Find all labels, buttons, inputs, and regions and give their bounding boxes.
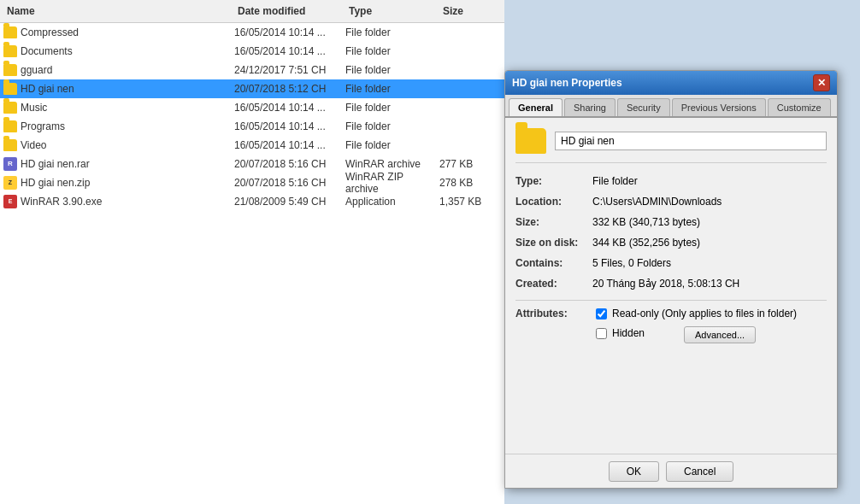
folder-icon bbox=[3, 102, 17, 114]
prop-table: Type: File folder Location: C:\Users\ADM… bbox=[515, 175, 827, 293]
readonly-checkbox[interactable] bbox=[596, 308, 607, 319]
table-row[interactable]: EWinRAR 3.90.exe 21/08/2009 5:49 CH Appl… bbox=[0, 192, 504, 211]
cancel-button[interactable]: Cancel bbox=[666, 461, 733, 482]
prop-label: Location: bbox=[515, 196, 592, 211]
prop-value: File folder bbox=[592, 175, 827, 190]
file-name: ZHD giai nen.zip bbox=[0, 173, 231, 193]
dialog-title: HD giai nen Properties bbox=[512, 77, 622, 89]
prop-value: 20 Tháng Bảy 2018, 5:08:13 CH bbox=[592, 278, 827, 293]
file-name: HD giai nen bbox=[0, 79, 231, 98]
prop-row: Size on disk: 344 KB (352,256 bytes) bbox=[515, 237, 827, 252]
table-row[interactable]: Programs 16/05/2014 10:14 ... File folde… bbox=[0, 117, 504, 136]
file-name: Documents bbox=[0, 42, 231, 61]
prop-label: Created: bbox=[515, 278, 592, 293]
readonly-row: Read-only (Only applies to files in fold… bbox=[596, 308, 797, 319]
prop-row: Type: File folder bbox=[515, 175, 827, 190]
col-header-size[interactable]: Size bbox=[439, 2, 499, 21]
file-type: File folder bbox=[342, 42, 436, 61]
file-date: 16/05/2014 10:14 ... bbox=[231, 98, 342, 117]
table-row[interactable]: Compressed 16/05/2014 10:14 ... File fol… bbox=[0, 23, 504, 42]
file-size bbox=[436, 85, 496, 92]
file-date: 20/07/2018 5:16 CH bbox=[231, 155, 342, 173]
file-name: Compressed bbox=[0, 23, 231, 42]
hidden-checkbox[interactable] bbox=[596, 328, 607, 339]
exe-icon: E bbox=[3, 195, 17, 208]
dialog-close-button[interactable]: ✕ bbox=[813, 74, 830, 91]
file-type: File folder bbox=[342, 61, 436, 79]
file-name: gguard bbox=[0, 61, 231, 79]
folder-name-input[interactable] bbox=[555, 132, 827, 150]
folder-icon bbox=[3, 64, 17, 76]
prop-row: Contains: 5 Files, 0 Folders bbox=[515, 257, 827, 273]
table-row[interactable]: gguard 24/12/2017 7:51 CH File folder bbox=[0, 61, 504, 79]
table-row[interactable]: Documents 16/05/2014 10:14 ... File fold… bbox=[0, 42, 504, 61]
prop-value: 332 KB (340,713 bytes) bbox=[592, 216, 827, 231]
file-size bbox=[436, 29, 496, 36]
file-date: 16/05/2014 10:14 ... bbox=[231, 23, 342, 42]
dialog-body: Type: File folder Location: C:\Users\ADM… bbox=[505, 118, 837, 362]
attributes-row: Attributes: Read-only (Only applies to f… bbox=[515, 308, 827, 347]
file-size: 1,357 KB bbox=[436, 192, 496, 211]
table-row[interactable]: Video 16/05/2014 10:14 ... File folder bbox=[0, 136, 504, 155]
attributes-section: Attributes: Read-only (Only applies to f… bbox=[515, 308, 827, 347]
readonly-label: Read-only (Only applies to files in fold… bbox=[612, 308, 797, 319]
hidden-label: Hidden bbox=[612, 327, 645, 339]
file-name: EWinRAR 3.90.exe bbox=[0, 191, 231, 212]
file-size: 278 KB bbox=[436, 173, 496, 192]
ok-button[interactable]: OK bbox=[609, 461, 659, 482]
tab-general[interactable]: General bbox=[509, 98, 563, 116]
file-size bbox=[436, 123, 496, 130]
file-list: Compressed 16/05/2014 10:14 ... File fol… bbox=[0, 23, 504, 211]
hidden-row: Hidden Advanced... bbox=[596, 323, 797, 343]
prop-value: C:\Users\ADMIN\Downloads bbox=[592, 196, 827, 211]
folder-icon bbox=[3, 26, 17, 38]
attributes-label: Attributes: bbox=[515, 308, 592, 347]
prop-label: Size on disk: bbox=[515, 237, 592, 252]
big-folder-icon bbox=[515, 128, 546, 154]
prop-row: Size: 332 KB (340,713 bytes) bbox=[515, 216, 827, 231]
file-date: 16/05/2014 10:14 ... bbox=[231, 42, 342, 61]
file-date: 24/12/2017 7:51 CH bbox=[231, 61, 342, 79]
tab-security[interactable]: Security bbox=[617, 98, 670, 116]
file-name: Video bbox=[0, 136, 231, 155]
prop-label: Type: bbox=[515, 175, 592, 190]
tab-previous_versions[interactable]: Previous Versions bbox=[672, 98, 766, 116]
file-name: Programs bbox=[0, 117, 231, 136]
file-date: 16/05/2014 10:14 ... bbox=[231, 117, 342, 136]
properties-dialog: HD giai nen Properties ✕ GeneralSharingS… bbox=[504, 70, 838, 489]
col-header-name[interactable]: Name bbox=[3, 2, 234, 21]
file-size: 277 KB bbox=[436, 155, 496, 173]
explorer-header: Name Date modified Type Size bbox=[0, 0, 504, 23]
dialog-footer: OK Cancel bbox=[505, 454, 837, 488]
file-type: File folder bbox=[342, 98, 436, 117]
folder-icon bbox=[3, 45, 17, 57]
attributes-controls: Read-only (Only applies to files in fold… bbox=[592, 308, 797, 347]
dialog-tabs: GeneralSharingSecurityPrevious VersionsC… bbox=[505, 95, 837, 118]
file-date: 21/08/2009 5:49 CH bbox=[231, 192, 342, 211]
prop-label: Contains: bbox=[515, 257, 592, 273]
prop-row: Location: C:\Users\ADMIN\Downloads bbox=[515, 196, 827, 211]
table-row[interactable]: Music 16/05/2014 10:14 ... File folder bbox=[0, 98, 504, 117]
dialog-titlebar: HD giai nen Properties ✕ bbox=[505, 71, 837, 95]
file-size bbox=[436, 48, 496, 55]
file-date: 20/07/2018 5:12 CH bbox=[231, 79, 342, 98]
tab-sharing[interactable]: Sharing bbox=[564, 98, 616, 116]
prop-value: 5 Files, 0 Folders bbox=[592, 257, 827, 273]
file-date: 16/05/2014 10:14 ... bbox=[231, 136, 342, 155]
col-header-date[interactable]: Date modified bbox=[234, 2, 345, 21]
zip-icon: Z bbox=[3, 176, 17, 190]
col-header-type[interactable]: Type bbox=[345, 2, 439, 21]
file-date: 20/07/2018 5:16 CH bbox=[231, 173, 342, 192]
file-size bbox=[436, 104, 496, 111]
rar-icon: R bbox=[3, 157, 17, 171]
file-name: RHD giai nen.rar bbox=[0, 154, 231, 174]
folder-icon bbox=[3, 139, 17, 151]
file-type: File folder bbox=[342, 23, 436, 42]
file-type: Application bbox=[342, 192, 436, 211]
table-row[interactable]: HD giai nen 20/07/2018 5:12 CH File fold… bbox=[0, 79, 504, 98]
advanced-button[interactable]: Advanced... bbox=[684, 326, 756, 343]
prop-label: Size: bbox=[515, 216, 592, 231]
file-size bbox=[436, 142, 496, 149]
tab-customize[interactable]: Customize bbox=[768, 98, 831, 116]
table-row[interactable]: ZHD giai nen.zip 20/07/2018 5:16 CH WinR… bbox=[0, 173, 504, 192]
